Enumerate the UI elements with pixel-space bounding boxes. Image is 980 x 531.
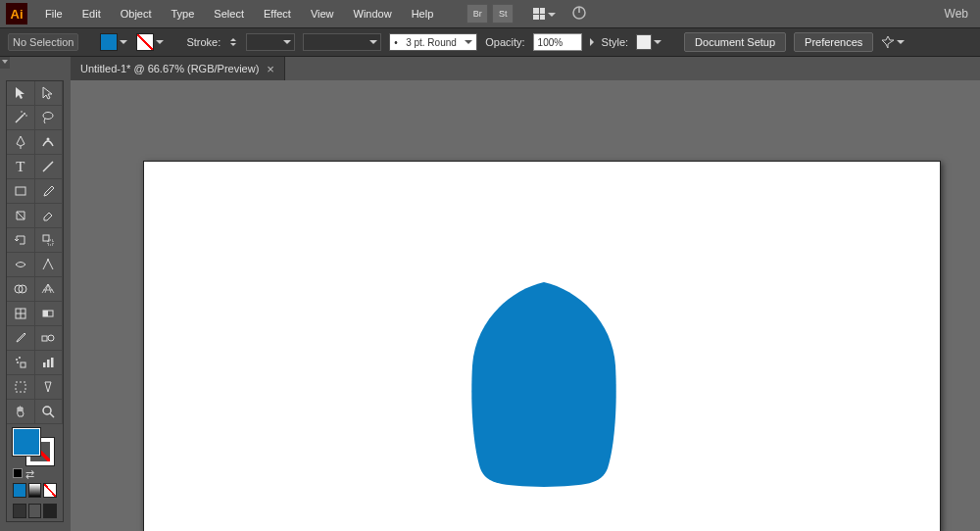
color-mode[interactable] xyxy=(13,483,26,498)
fill-stroke-indicator: ⇄ xyxy=(7,424,63,480)
stroke-label: Stroke: xyxy=(186,36,220,48)
eraser-tool[interactable] xyxy=(35,204,64,228)
svg-point-7 xyxy=(43,113,53,120)
direct-selection-tool[interactable] xyxy=(35,81,64,106)
stroke-weight-stepper[interactable] xyxy=(228,34,238,50)
svg-rect-21 xyxy=(42,336,47,341)
none-mode[interactable] xyxy=(43,483,57,498)
svg-line-9 xyxy=(43,162,53,171)
artboard[interactable] xyxy=(143,161,941,531)
mesh-tool[interactable] xyxy=(7,302,35,326)
fill-dropdown[interactable] xyxy=(119,34,128,50)
fill-indicator[interactable] xyxy=(13,428,40,456)
gradient-tool[interactable] xyxy=(35,302,64,326)
draw-behind[interactable] xyxy=(28,504,42,518)
menu-view[interactable]: View xyxy=(303,4,342,24)
symbol-sprayer-tool[interactable] xyxy=(7,351,35,375)
svg-rect-30 xyxy=(16,382,25,392)
document-title: Untitled-1* @ 66.67% (RGB/Preview) xyxy=(80,63,259,74)
workspace-switcher[interactable]: Web xyxy=(945,7,968,21)
stroke-dropdown[interactable] xyxy=(155,34,165,50)
menu-type[interactable]: Type xyxy=(164,4,203,24)
menu-select[interactable]: Select xyxy=(206,4,252,24)
screen-mode-row xyxy=(7,501,63,521)
free-transform-tool[interactable] xyxy=(35,253,64,277)
svg-point-26 xyxy=(17,362,19,363)
svg-rect-20 xyxy=(43,311,48,316)
svg-line-3 xyxy=(16,115,24,122)
swap-colors-icon[interactable]: ⇄ xyxy=(25,468,35,478)
graphic-style-swatch[interactable] xyxy=(636,34,652,50)
menu-bar: Ai File Edit Object Type Select Effect V… xyxy=(0,0,980,27)
app-logo: Ai xyxy=(6,3,27,24)
menu-window[interactable]: Window xyxy=(346,4,400,24)
svg-rect-23 xyxy=(21,362,25,367)
gpu-preview-icon[interactable] xyxy=(571,5,587,23)
menu-help[interactable]: Help xyxy=(404,4,442,24)
rotate-tool[interactable] xyxy=(7,228,35,253)
document-tab[interactable]: Untitled-1* @ 66.67% (RGB/Preview) × xyxy=(71,57,285,80)
eyedropper-tool[interactable] xyxy=(7,326,35,351)
bridge-icon[interactable]: Br xyxy=(466,4,488,24)
opacity-label: Opacity: xyxy=(485,36,524,48)
document-setup-button[interactable]: Document Setup xyxy=(684,32,786,52)
scale-tool[interactable] xyxy=(35,228,64,253)
close-tab-icon[interactable]: × xyxy=(267,62,274,76)
preferences-button[interactable]: Preferences xyxy=(794,32,873,52)
control-bar: No Selection Stroke: • 3 pt. Round Opaci… xyxy=(0,27,980,57)
pen-tool[interactable] xyxy=(7,130,35,155)
opacity-input[interactable]: 100% xyxy=(533,33,582,51)
align-pin-icon[interactable] xyxy=(881,35,905,49)
shape-builder-tool[interactable] xyxy=(7,277,35,302)
curvature-tool[interactable] xyxy=(35,130,64,155)
svg-point-24 xyxy=(16,359,18,361)
perspective-grid-tool[interactable] xyxy=(35,277,64,302)
svg-marker-2 xyxy=(2,60,8,64)
artboard-tool[interactable] xyxy=(7,375,35,400)
column-graph-tool[interactable] xyxy=(35,351,64,375)
blue-shape[interactable] xyxy=(470,282,617,488)
lasso-tool[interactable] xyxy=(35,106,64,130)
stroke-swatch[interactable] xyxy=(136,33,154,51)
svg-point-31 xyxy=(43,407,51,414)
zoom-tool[interactable] xyxy=(35,400,64,424)
draw-normal[interactable] xyxy=(13,504,26,518)
line-segment-tool[interactable] xyxy=(35,155,64,179)
svg-rect-28 xyxy=(47,360,50,367)
fill-swatch[interactable] xyxy=(100,33,118,51)
toolbox: T xyxy=(6,80,64,522)
svg-point-22 xyxy=(48,335,54,341)
stock-icon[interactable]: St xyxy=(492,4,514,24)
brush-label: 3 pt. Round xyxy=(406,37,457,48)
canvas-area[interactable] xyxy=(71,80,980,531)
selection-tool[interactable] xyxy=(7,81,35,106)
selection-status[interactable]: No Selection xyxy=(8,33,78,51)
magic-wand-tool[interactable] xyxy=(7,106,35,130)
variable-width-profile[interactable] xyxy=(303,33,381,51)
menu-effect[interactable]: Effect xyxy=(256,4,299,24)
slice-tool[interactable] xyxy=(35,375,64,400)
svg-point-5 xyxy=(21,111,23,113)
arrange-docs-icon[interactable] xyxy=(531,4,558,24)
graphic-style-dropdown[interactable] xyxy=(653,34,662,50)
panel-dock-toggle[interactable] xyxy=(0,57,10,69)
document-tab-bar: Untitled-1* @ 66.67% (RGB/Preview) × xyxy=(0,57,980,80)
shaper-tool[interactable] xyxy=(7,204,35,228)
gradient-mode[interactable] xyxy=(28,483,42,498)
width-tool[interactable] xyxy=(7,253,35,277)
brush-definition[interactable]: • 3 pt. Round xyxy=(389,33,477,51)
svg-point-13 xyxy=(47,259,49,261)
paintbrush-tool[interactable] xyxy=(35,179,64,204)
blend-tool[interactable] xyxy=(35,326,64,351)
opacity-arrow-icon[interactable] xyxy=(590,38,594,46)
type-tool[interactable]: T xyxy=(7,155,35,179)
menu-object[interactable]: Object xyxy=(113,4,160,24)
default-colors-icon[interactable] xyxy=(13,468,23,478)
menu-edit[interactable]: Edit xyxy=(74,4,109,24)
stroke-weight-dropdown[interactable] xyxy=(246,33,295,51)
rectangle-tool[interactable] xyxy=(7,179,35,204)
draw-inside[interactable] xyxy=(43,504,57,518)
hand-tool[interactable] xyxy=(7,400,35,424)
style-label: Style: xyxy=(602,36,629,48)
menu-file[interactable]: File xyxy=(37,4,71,24)
